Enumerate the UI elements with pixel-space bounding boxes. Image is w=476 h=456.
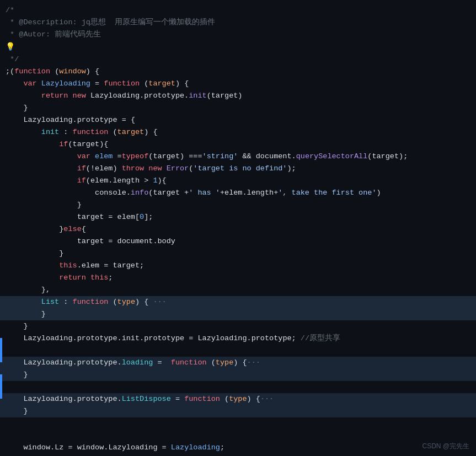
line-12: if(target){ — [0, 138, 476, 151]
line-38: }(this)) — [0, 454, 476, 456]
line-15: if(elem.length > 1){ — [0, 175, 476, 187]
line-36 — [0, 430, 476, 442]
line-18: target = elem[0]; — [0, 211, 476, 223]
line-5: */ — [0, 53, 476, 66]
line-14: if(!elem) throw new Error('target is no … — [0, 163, 476, 175]
line-8: return new Lazyloading.prototype.init(ta… — [0, 90, 476, 102]
line-17: } — [0, 199, 476, 211]
line-4: 💡 — [0, 41, 476, 53]
line-16: console.info(target +' has '+elem.length… — [0, 187, 476, 199]
line-27: } — [0, 320, 476, 332]
line-1: /* — [0, 4, 476, 17]
line-34: } — [0, 405, 476, 417]
line-9: } — [0, 102, 476, 114]
line-13: var elem =typeof(target) ==='string' && … — [0, 151, 476, 163]
line-24: }, — [0, 284, 476, 296]
line-10: Lazyloading.prototype = { — [0, 114, 476, 126]
line-26: } — [0, 308, 476, 320]
line-35 — [0, 417, 476, 430]
line-6: ;(function (window) { — [0, 66, 476, 78]
line-20: target = document.body — [0, 235, 476, 248]
line-23: return this; — [0, 272, 476, 284]
line-32 — [0, 381, 476, 393]
line-22: this.elem = target; — [0, 260, 476, 272]
line-11: init : function (target) { — [0, 126, 476, 138]
line-3: * @Autor: 前端代码先生 — [0, 29, 476, 41]
line-37: window.Lz = window.Lazyloading = Lazyloa… — [0, 442, 476, 454]
watermark: CSDN @完先生 — [422, 441, 469, 452]
line-21: } — [0, 248, 476, 260]
line-25: List : function (type) { ··· — [0, 296, 476, 308]
line-19: }else{ — [0, 223, 476, 235]
line-31: } — [0, 369, 476, 381]
highlight-bar-loading — [0, 338, 2, 362]
line-29 — [0, 345, 476, 357]
highlight-bar-listdispose — [0, 374, 2, 399]
code-container: /* * @Description: jq思想 用原生编写一个懒加载的插件 * … — [0, 0, 476, 456]
line-30: Lazyloading.prototype.loading = function… — [0, 357, 476, 369]
line-28: Lazyloading.prototype.init.prototype = L… — [0, 332, 476, 345]
line-2: * @Description: jq思想 用原生编写一个懒加载的插件 — [0, 17, 476, 29]
line-33: Lazyloading.prototype.ListDispose = func… — [0, 393, 476, 405]
line-7: var Lazyloading = function (target) { — [0, 78, 476, 90]
